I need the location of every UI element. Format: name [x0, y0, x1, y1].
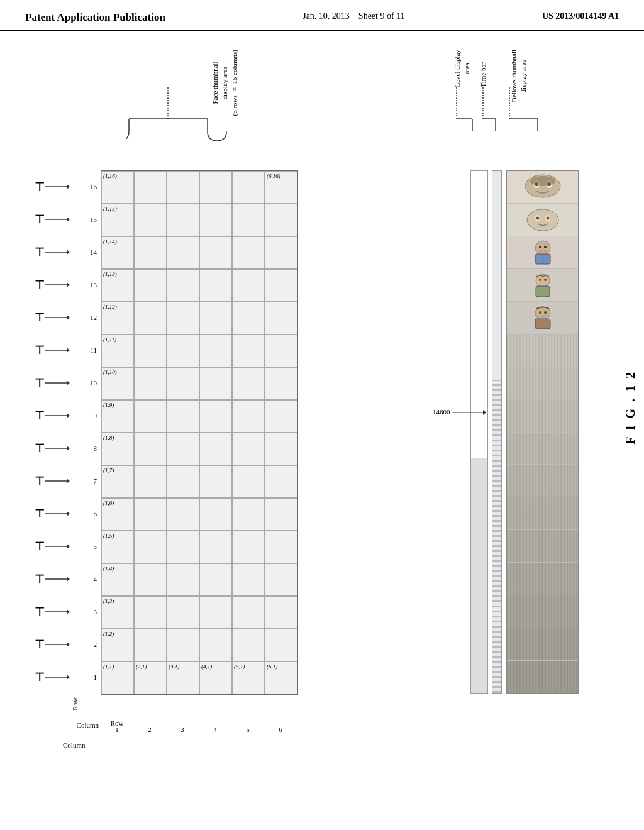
- t-arrow-row-13: ⊤: [35, 268, 70, 301]
- bellows-cell-13: [507, 269, 578, 302]
- figure-label: F I G . 1 2: [623, 370, 638, 445]
- svg-point-62: [544, 246, 547, 248]
- svg-point-70: [544, 311, 547, 314]
- cell-5-7: [232, 465, 265, 498]
- svg-marker-14: [67, 184, 70, 189]
- cell-5-8: [232, 433, 265, 465]
- time-bar-label: Time bar: [479, 62, 487, 87]
- grid-row-5: (1,5): [101, 531, 297, 563]
- cell-6-1: (6,1): [265, 661, 297, 694]
- cell-1-16: (1,16): [101, 171, 134, 204]
- t-arrow-row-9: ⊤: [35, 399, 70, 432]
- cell-6-10: [265, 367, 297, 400]
- t-arrow-row-4: ⊤: [35, 563, 70, 595]
- cell-4-10: [199, 367, 232, 400]
- cell-1-6: (1,6): [101, 498, 134, 531]
- cell-3-3: [167, 596, 199, 629]
- svg-point-57: [546, 217, 549, 220]
- grid-row-3: (1,3): [101, 596, 297, 629]
- svg-point-61: [539, 246, 541, 248]
- col-num-2: 2: [133, 721, 166, 737]
- cell-6-3: [265, 596, 297, 629]
- svg-marker-28: [67, 413, 70, 418]
- t-arrow-row-12: ⊤: [35, 301, 70, 334]
- cell-2-5: [134, 531, 167, 563]
- grid-row-1: (1,1) (2,1) (3,1) (4,1) (5,1) (6,1): [101, 661, 297, 694]
- svg-rect-68: [535, 319, 550, 329]
- svg-point-56: [536, 217, 539, 220]
- bellows-cell-9: [507, 400, 578, 433]
- cell-1-9: (1,9): [101, 400, 134, 433]
- svg-marker-34: [67, 511, 70, 516]
- cell-2-13: [134, 269, 167, 302]
- cell-5-14: [232, 236, 265, 269]
- bellows-cell-14: [507, 236, 578, 269]
- cell-5-1: (5,1): [232, 661, 265, 694]
- cell-6-9: [265, 400, 297, 433]
- cell-2-16: [134, 171, 167, 204]
- header-left-text: Patent Application Publication: [25, 11, 165, 24]
- cell-1-14: (1,14): [101, 236, 134, 269]
- level-display-label: Level display area: [453, 50, 472, 87]
- cell-6-16: (6,16): [265, 171, 297, 204]
- svg-point-58: [535, 241, 550, 255]
- cell-6-6: [265, 498, 297, 531]
- cell-3-12: [167, 302, 199, 335]
- cell-2-10: [134, 367, 167, 400]
- grid-row-13: (1,13): [101, 269, 297, 302]
- cell-4-3: [199, 596, 232, 629]
- cell-1-5: (1,5): [101, 531, 134, 563]
- bellows-cell-16: [507, 171, 578, 204]
- cell-4-5: [199, 531, 232, 563]
- cell-2-12: [134, 302, 167, 335]
- svg-marker-38: [67, 577, 70, 582]
- grid-row-15: (1,15): [101, 204, 297, 236]
- cell-6-4: [265, 563, 297, 596]
- bellows-cell-2: [507, 628, 578, 661]
- t-arrow-row-7: ⊤: [35, 465, 70, 497]
- svg-marker-46: [483, 410, 486, 415]
- row-label: Row: [71, 697, 79, 711]
- cell-4-15: [199, 204, 232, 236]
- cell-2-1: (2,1): [134, 661, 167, 694]
- face-thumbnail-label: Face thumbnail display area (6 rows × 16…: [211, 50, 240, 116]
- grid-row-11: (1,11): [101, 335, 297, 367]
- cell-1-4: (1,4): [101, 563, 134, 596]
- cell-5-6: [232, 498, 265, 531]
- row-numbers: 16 15 14 13 12 11 10 9 8 7 6 5 4 3 2 1: [85, 170, 99, 694]
- svg-marker-22: [67, 315, 70, 320]
- cell-1-10: (1,10): [101, 367, 134, 400]
- t-arrows-container: ⊤ ⊤ ⊤ ⊤ ⊤ ⊤ ⊤: [35, 170, 70, 694]
- cell-4-8: [199, 433, 232, 465]
- cell-2-9: [134, 400, 167, 433]
- grid-row-14: (1,14): [101, 236, 297, 269]
- svg-marker-20: [67, 282, 70, 287]
- t-arrow-row-14: ⊤: [35, 236, 70, 268]
- cell-1-1: (1,1): [101, 661, 134, 694]
- cell-3-4: [167, 563, 199, 596]
- cell-2-8: [134, 433, 167, 465]
- header-center-text: Jan. 10, 2013 Sheet 9 of 11: [303, 11, 404, 21]
- t-arrow-row-1: ⊤: [35, 661, 70, 694]
- bellows-cell-6: [507, 497, 578, 530]
- svg-point-69: [539, 311, 541, 314]
- t-arrow-row-15: ⊤: [35, 203, 70, 236]
- svg-point-52: [530, 176, 555, 186]
- cell-3-7: [167, 465, 199, 498]
- cell-5-5: [232, 531, 265, 563]
- grid-row-4: (1,4): [101, 563, 297, 596]
- cell-5-10: [232, 367, 265, 400]
- grid-row-2: (1,2): [101, 629, 297, 661]
- cell-1-15: (1,15): [101, 204, 134, 236]
- column-bottom-label: Column: [63, 741, 85, 749]
- bellows-cell-1: [507, 661, 578, 693]
- svg-marker-26: [67, 380, 70, 385]
- grid-row-8: (1,8): [101, 433, 297, 465]
- cell-5-13: [232, 269, 265, 302]
- t-arrow-row-8: ⊤: [35, 432, 70, 465]
- row-bottom-label: Row: [101, 719, 133, 727]
- grid-row-7: (1,7): [101, 465, 297, 498]
- level-number: 14600: [433, 408, 486, 418]
- cell-5-16: [232, 171, 265, 204]
- bellows-cell-8: [507, 433, 578, 465]
